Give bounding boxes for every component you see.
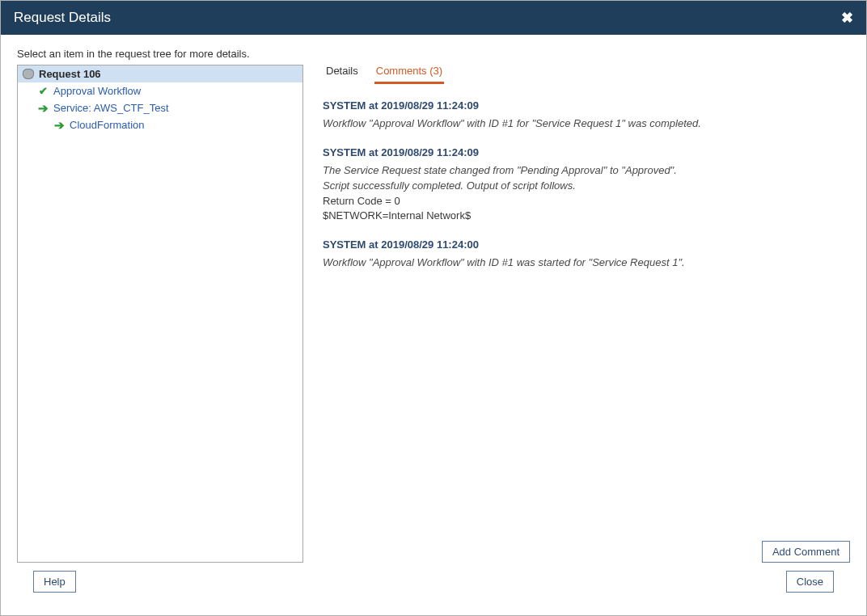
- comment-header: SYSTEM at 2019/08/29 11:24:09: [323, 99, 850, 112]
- tree-item-service[interactable]: ➔ Service: AWS_CTF_Test: [18, 99, 302, 116]
- add-comment-button[interactable]: Add Comment: [762, 541, 850, 563]
- dialog-title: Request Details: [14, 10, 111, 26]
- comment-line: Script successfully completed. Output of…: [323, 179, 850, 194]
- help-button[interactable]: Help: [33, 571, 76, 593]
- main-row: Request 106 ✔ Approval Workflow ➔ Servic…: [17, 65, 850, 563]
- comment-header: SYSTEM at 2019/08/29 11:24:09: [323, 146, 850, 158]
- tab-details[interactable]: Details: [324, 65, 360, 84]
- close-button[interactable]: Close: [786, 571, 834, 593]
- detail-panel: Details Comments (3) SYSTEM at 2019/08/2…: [323, 65, 850, 563]
- comment-block: SYSTEM at 2019/08/29 11:24:00Workflow "A…: [323, 238, 850, 271]
- tree-item-label: Service: AWS_CTF_Test: [53, 102, 169, 114]
- comment-header: SYSTEM at 2019/08/29 11:24:00: [323, 238, 850, 251]
- detail-footer: Add Comment: [323, 538, 850, 563]
- tree-root-request[interactable]: Request 106: [18, 65, 302, 82]
- comments-list: SYSTEM at 2019/08/29 11:24:09Workflow "A…: [323, 99, 850, 538]
- tab-comments[interactable]: Comments (3): [374, 65, 444, 84]
- tree-root-label: Request 106: [39, 68, 101, 80]
- comment-line: Workflow "Approval Workflow" with ID #1 …: [323, 255, 850, 271]
- comment-line: $NETWORK=Internal Network$: [323, 209, 850, 224]
- request-tree[interactable]: Request 106 ✔ Approval Workflow ➔ Servic…: [17, 65, 303, 563]
- request-icon: [23, 69, 34, 80]
- comment-block: SYSTEM at 2019/08/29 11:24:09Workflow "A…: [323, 99, 850, 132]
- instruction-text: Select an item in the request tree for m…: [17, 48, 850, 60]
- close-icon[interactable]: ✖: [841, 9, 853, 27]
- tree-item-label: Approval Workflow: [53, 85, 141, 97]
- dialog-footer: Help Close: [17, 563, 850, 605]
- comment-line: Return Code = 0: [323, 194, 850, 209]
- dialog-body: Select an item in the request tree for m…: [1, 35, 866, 615]
- arrow-right-icon: ➔: [53, 120, 65, 131]
- tab-strip: Details Comments (3): [323, 65, 850, 85]
- tree-item-approval-workflow[interactable]: ✔ Approval Workflow: [18, 82, 302, 99]
- comment-block: SYSTEM at 2019/08/29 11:24:09The Service…: [323, 146, 850, 224]
- check-icon: ✔: [37, 86, 49, 97]
- title-bar: Request Details ✖: [1, 1, 866, 35]
- arrow-right-icon: ➔: [37, 103, 49, 114]
- request-details-dialog: Request Details ✖ Select an item in the …: [0, 0, 867, 616]
- comment-line: Workflow "Approval Workflow" with ID #1 …: [323, 116, 850, 132]
- tree-item-cloudformation[interactable]: ➔ CloudFormation: [18, 116, 302, 133]
- tree-item-label: CloudFormation: [70, 119, 145, 131]
- comment-line: The Service Request state changed from "…: [323, 163, 850, 179]
